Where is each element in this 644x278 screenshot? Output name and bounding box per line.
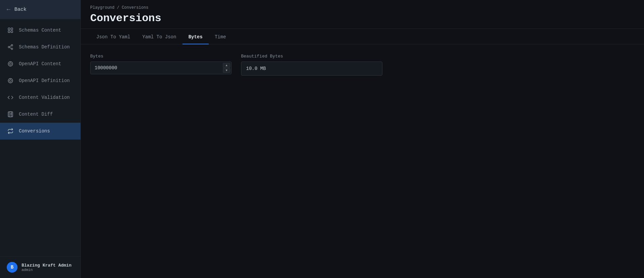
tab-json-to-yaml[interactable]: Json To Yaml — [90, 30, 136, 44]
spinner-down-button[interactable]: ▼ — [223, 68, 230, 73]
page-title: Conversions — [90, 12, 635, 25]
beautified-field-group: Beautified Bytes 10.0 MB — [241, 54, 382, 76]
bytes-input[interactable] — [90, 62, 232, 74]
sidebar-item-openapi-content[interactable]: OpenAPI Content — [0, 55, 80, 72]
sidebar-item-content-diff[interactable]: Content Diff — [0, 106, 80, 123]
user-info: Blazing Kraft Admin admin — [22, 263, 71, 272]
svg-rect-3 — [11, 31, 13, 33]
fields-row: Bytes ▲ ▼ Beautified Bytes 10.0 MB — [90, 54, 635, 76]
grid-icon — [7, 27, 14, 34]
sidebar-item-label: Conversions — [19, 128, 50, 134]
sidebar-item-openapi-definition[interactable]: OpenAPI Definition — [0, 72, 80, 89]
target-icon — [7, 60, 14, 68]
svg-point-10 — [9, 63, 11, 65]
target2-icon — [7, 77, 14, 84]
tab-time[interactable]: Time — [209, 30, 232, 44]
breadcrumb: Playground / Conversions — [90, 5, 635, 10]
bytes-label: Bytes — [90, 54, 232, 59]
file-icon — [7, 111, 14, 118]
sidebar-item-label: Content Validation — [19, 95, 70, 100]
sidebar-item-label: Schemas Definition — [19, 44, 70, 50]
page-header: Playground / Conversions Conversions — [81, 0, 644, 29]
sidebar-item-label: Schemas Content — [19, 28, 61, 33]
sidebar-item-label: OpenAPI Definition — [19, 78, 70, 83]
sidebar: ← Back Schemas Content — [0, 0, 81, 278]
sidebar-item-label: Content Diff — [19, 112, 53, 117]
sidebar-item-conversions[interactable]: Conversions — [0, 123, 80, 140]
sidebar-item-label: OpenAPI Content — [19, 61, 61, 67]
tab-yaml-to-json[interactable]: Yaml To Json — [136, 30, 182, 44]
spinner-buttons: ▲ ▼ — [223, 63, 230, 73]
breadcrumb-separator: / — [114, 5, 122, 10]
breadcrumb-part1: Playground — [90, 5, 114, 10]
svg-point-6 — [11, 48, 13, 50]
arrows-icon — [7, 127, 14, 135]
svg-point-5 — [8, 46, 10, 48]
svg-point-9 — [8, 62, 13, 66]
svg-rect-1 — [11, 28, 13, 30]
svg-point-16 — [9, 80, 11, 82]
svg-line-7 — [9, 47, 11, 48]
breadcrumb-part2: Conversions — [122, 5, 148, 10]
back-arrow-icon: ← — [7, 6, 10, 13]
main-content: Playground / Conversions Conversions Jso… — [81, 0, 644, 278]
sidebar-footer: B Blazing Kraft Admin admin — [0, 256, 80, 278]
beautified-label: Beautified Bytes — [241, 54, 382, 59]
svg-point-4 — [11, 45, 13, 46]
sidebar-item-schemas-definition[interactable]: Schemas Definition — [0, 39, 80, 55]
svg-point-15 — [8, 78, 13, 83]
user-name: Blazing Kraft Admin — [22, 263, 71, 268]
sidebar-nav: Schemas Content Schemas Definition — [0, 19, 80, 256]
user-role: admin — [22, 268, 71, 272]
tab-bytes[interactable]: Bytes — [182, 30, 209, 44]
sidebar-item-content-validation[interactable]: Content Validation — [0, 89, 80, 106]
svg-rect-2 — [8, 31, 10, 33]
spinner-up-button[interactable]: ▲ — [223, 63, 230, 68]
back-label: Back — [14, 7, 27, 12]
beautified-value: 10.0 MB — [246, 66, 266, 71]
share-icon — [7, 43, 14, 51]
avatar: B — [7, 262, 18, 273]
bytes-input-wrapper: ▲ ▼ — [90, 62, 232, 74]
sidebar-item-schemas-content[interactable]: Schemas Content — [0, 22, 80, 39]
content-area: Bytes ▲ ▼ Beautified Bytes 10.0 MB — [81, 44, 644, 278]
bytes-field-group: Bytes ▲ ▼ — [90, 54, 232, 74]
svg-rect-0 — [8, 28, 10, 30]
tabs-bar: Json To Yaml Yaml To Json Bytes Time — [81, 30, 644, 44]
svg-line-8 — [9, 46, 11, 47]
beautified-output: 10.0 MB — [241, 62, 382, 76]
back-button[interactable]: ← Back — [0, 0, 80, 19]
code-icon — [7, 94, 14, 101]
